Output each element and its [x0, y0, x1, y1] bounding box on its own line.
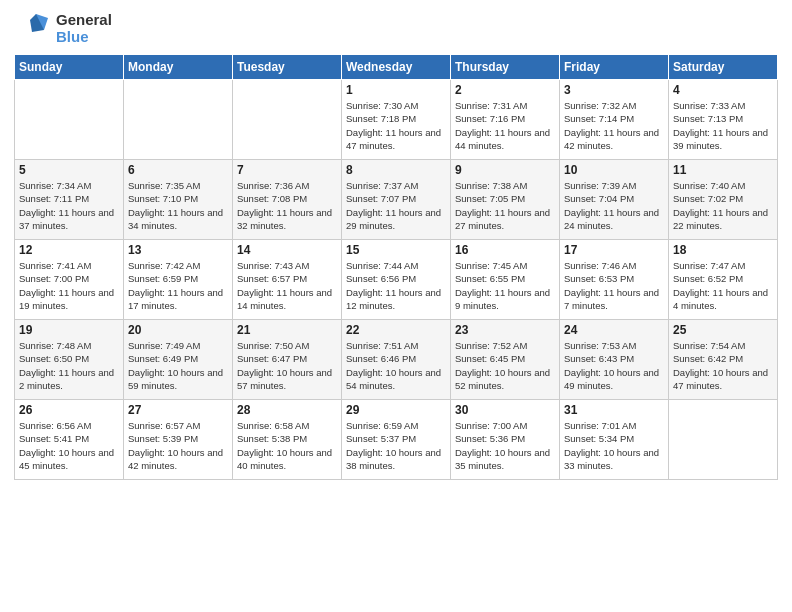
day-info: Sunrise: 7:50 AM Sunset: 6:47 PM Dayligh…	[237, 339, 337, 392]
day-cell: 31Sunrise: 7:01 AM Sunset: 5:34 PM Dayli…	[560, 400, 669, 480]
day-info: Sunrise: 7:51 AM Sunset: 6:46 PM Dayligh…	[346, 339, 446, 392]
day-info: Sunrise: 7:53 AM Sunset: 6:43 PM Dayligh…	[564, 339, 664, 392]
day-cell: 19Sunrise: 7:48 AM Sunset: 6:50 PM Dayli…	[15, 320, 124, 400]
day-number: 24	[564, 323, 664, 337]
day-number: 25	[673, 323, 773, 337]
day-info: Sunrise: 6:57 AM Sunset: 5:39 PM Dayligh…	[128, 419, 228, 472]
day-number: 12	[19, 243, 119, 257]
day-info: Sunrise: 7:45 AM Sunset: 6:55 PM Dayligh…	[455, 259, 555, 312]
week-row-4: 19Sunrise: 7:48 AM Sunset: 6:50 PM Dayli…	[15, 320, 778, 400]
header-cell-monday: Monday	[124, 55, 233, 80]
day-cell: 8Sunrise: 7:37 AM Sunset: 7:07 PM Daylig…	[342, 160, 451, 240]
day-cell: 15Sunrise: 7:44 AM Sunset: 6:56 PM Dayli…	[342, 240, 451, 320]
day-number: 19	[19, 323, 119, 337]
day-cell: 7Sunrise: 7:36 AM Sunset: 7:08 PM Daylig…	[233, 160, 342, 240]
week-row-3: 12Sunrise: 7:41 AM Sunset: 7:00 PM Dayli…	[15, 240, 778, 320]
week-row-1: 1Sunrise: 7:30 AM Sunset: 7:18 PM Daylig…	[15, 80, 778, 160]
day-number: 11	[673, 163, 773, 177]
day-info: Sunrise: 6:56 AM Sunset: 5:41 PM Dayligh…	[19, 419, 119, 472]
day-cell: 18Sunrise: 7:47 AM Sunset: 6:52 PM Dayli…	[669, 240, 778, 320]
day-cell: 4Sunrise: 7:33 AM Sunset: 7:13 PM Daylig…	[669, 80, 778, 160]
day-number: 13	[128, 243, 228, 257]
day-number: 7	[237, 163, 337, 177]
day-number: 18	[673, 243, 773, 257]
day-info: Sunrise: 7:00 AM Sunset: 5:36 PM Dayligh…	[455, 419, 555, 472]
day-number: 30	[455, 403, 555, 417]
day-number: 27	[128, 403, 228, 417]
day-number: 26	[19, 403, 119, 417]
header-row: SundayMondayTuesdayWednesdayThursdayFrid…	[15, 55, 778, 80]
day-number: 6	[128, 163, 228, 177]
day-cell: 28Sunrise: 6:58 AM Sunset: 5:38 PM Dayli…	[233, 400, 342, 480]
day-cell: 25Sunrise: 7:54 AM Sunset: 6:42 PM Dayli…	[669, 320, 778, 400]
logo: General Blue	[14, 10, 112, 46]
header-cell-friday: Friday	[560, 55, 669, 80]
day-info: Sunrise: 6:58 AM Sunset: 5:38 PM Dayligh…	[237, 419, 337, 472]
day-cell: 20Sunrise: 7:49 AM Sunset: 6:49 PM Dayli…	[124, 320, 233, 400]
day-cell: 6Sunrise: 7:35 AM Sunset: 7:10 PM Daylig…	[124, 160, 233, 240]
day-cell: 16Sunrise: 7:45 AM Sunset: 6:55 PM Dayli…	[451, 240, 560, 320]
day-info: Sunrise: 7:38 AM Sunset: 7:05 PM Dayligh…	[455, 179, 555, 232]
header-cell-saturday: Saturday	[669, 55, 778, 80]
header-cell-sunday: Sunday	[15, 55, 124, 80]
calendar-header: SundayMondayTuesdayWednesdayThursdayFrid…	[15, 55, 778, 80]
day-cell	[15, 80, 124, 160]
day-cell: 9Sunrise: 7:38 AM Sunset: 7:05 PM Daylig…	[451, 160, 560, 240]
day-number: 8	[346, 163, 446, 177]
day-number: 1	[346, 83, 446, 97]
day-info: Sunrise: 7:52 AM Sunset: 6:45 PM Dayligh…	[455, 339, 555, 392]
day-info: Sunrise: 7:54 AM Sunset: 6:42 PM Dayligh…	[673, 339, 773, 392]
day-cell: 1Sunrise: 7:30 AM Sunset: 7:18 PM Daylig…	[342, 80, 451, 160]
day-info: Sunrise: 7:32 AM Sunset: 7:14 PM Dayligh…	[564, 99, 664, 152]
day-cell: 24Sunrise: 7:53 AM Sunset: 6:43 PM Dayli…	[560, 320, 669, 400]
day-info: Sunrise: 7:41 AM Sunset: 7:00 PM Dayligh…	[19, 259, 119, 312]
day-info: Sunrise: 7:30 AM Sunset: 7:18 PM Dayligh…	[346, 99, 446, 152]
day-number: 2	[455, 83, 555, 97]
day-number: 29	[346, 403, 446, 417]
day-info: Sunrise: 7:44 AM Sunset: 6:56 PM Dayligh…	[346, 259, 446, 312]
day-info: Sunrise: 7:43 AM Sunset: 6:57 PM Dayligh…	[237, 259, 337, 312]
day-info: Sunrise: 7:34 AM Sunset: 7:11 PM Dayligh…	[19, 179, 119, 232]
calendar-table: SundayMondayTuesdayWednesdayThursdayFrid…	[14, 54, 778, 480]
day-number: 10	[564, 163, 664, 177]
day-info: Sunrise: 7:42 AM Sunset: 6:59 PM Dayligh…	[128, 259, 228, 312]
day-number: 20	[128, 323, 228, 337]
day-cell: 2Sunrise: 7:31 AM Sunset: 7:16 PM Daylig…	[451, 80, 560, 160]
day-info: Sunrise: 6:59 AM Sunset: 5:37 PM Dayligh…	[346, 419, 446, 472]
day-number: 4	[673, 83, 773, 97]
day-cell: 26Sunrise: 6:56 AM Sunset: 5:41 PM Dayli…	[15, 400, 124, 480]
day-info: Sunrise: 7:33 AM Sunset: 7:13 PM Dayligh…	[673, 99, 773, 152]
day-number: 15	[346, 243, 446, 257]
day-cell	[233, 80, 342, 160]
day-cell: 3Sunrise: 7:32 AM Sunset: 7:14 PM Daylig…	[560, 80, 669, 160]
logo-svg	[14, 10, 50, 46]
week-row-5: 26Sunrise: 6:56 AM Sunset: 5:41 PM Dayli…	[15, 400, 778, 480]
week-row-2: 5Sunrise: 7:34 AM Sunset: 7:11 PM Daylig…	[15, 160, 778, 240]
header-cell-thursday: Thursday	[451, 55, 560, 80]
day-info: Sunrise: 7:31 AM Sunset: 7:16 PM Dayligh…	[455, 99, 555, 152]
logo-blue-text: Blue	[56, 28, 112, 45]
day-number: 3	[564, 83, 664, 97]
page-header: General Blue	[14, 10, 778, 46]
day-info: Sunrise: 7:49 AM Sunset: 6:49 PM Dayligh…	[128, 339, 228, 392]
day-number: 21	[237, 323, 337, 337]
day-cell: 27Sunrise: 6:57 AM Sunset: 5:39 PM Dayli…	[124, 400, 233, 480]
day-number: 28	[237, 403, 337, 417]
day-cell	[669, 400, 778, 480]
day-number: 31	[564, 403, 664, 417]
day-number: 5	[19, 163, 119, 177]
day-info: Sunrise: 7:40 AM Sunset: 7:02 PM Dayligh…	[673, 179, 773, 232]
day-number: 22	[346, 323, 446, 337]
day-info: Sunrise: 7:36 AM Sunset: 7:08 PM Dayligh…	[237, 179, 337, 232]
day-cell: 22Sunrise: 7:51 AM Sunset: 6:46 PM Dayli…	[342, 320, 451, 400]
day-info: Sunrise: 7:39 AM Sunset: 7:04 PM Dayligh…	[564, 179, 664, 232]
day-number: 14	[237, 243, 337, 257]
day-info: Sunrise: 7:46 AM Sunset: 6:53 PM Dayligh…	[564, 259, 664, 312]
day-info: Sunrise: 7:01 AM Sunset: 5:34 PM Dayligh…	[564, 419, 664, 472]
day-number: 16	[455, 243, 555, 257]
day-cell: 21Sunrise: 7:50 AM Sunset: 6:47 PM Dayli…	[233, 320, 342, 400]
day-cell: 11Sunrise: 7:40 AM Sunset: 7:02 PM Dayli…	[669, 160, 778, 240]
day-cell: 12Sunrise: 7:41 AM Sunset: 7:00 PM Dayli…	[15, 240, 124, 320]
day-cell: 30Sunrise: 7:00 AM Sunset: 5:36 PM Dayli…	[451, 400, 560, 480]
day-cell	[124, 80, 233, 160]
